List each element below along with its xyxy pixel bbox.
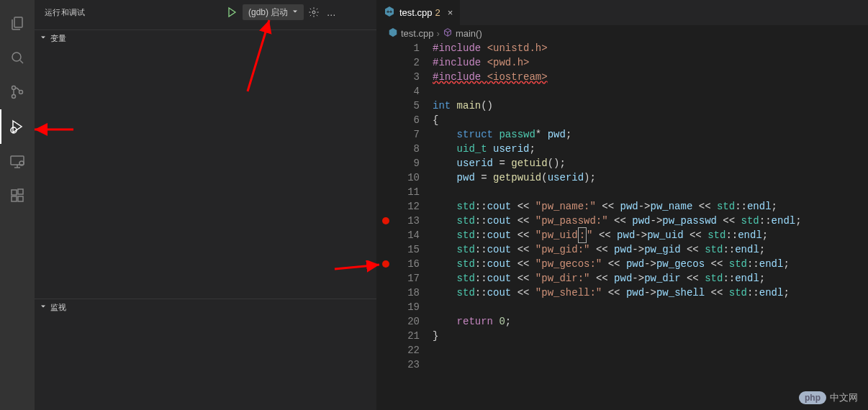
extensions-icon[interactable] <box>0 178 35 213</box>
breadcrumb-separator: › <box>437 28 440 39</box>
chevron-down-icon <box>291 7 299 18</box>
line-number[interactable]: 19 <box>376 300 420 314</box>
code-line[interactable]: pwd = getpwuid(userid); <box>433 170 858 185</box>
line-number[interactable]: 5 <box>376 99 420 113</box>
line-number-gutter[interactable]: 1234567891011121314151617181920212223 <box>376 41 433 410</box>
code-line[interactable]: return 0; <box>433 314 858 329</box>
code-line[interactable] <box>433 343 858 357</box>
line-number[interactable]: 15 <box>376 242 420 257</box>
line-number[interactable]: 12 <box>376 199 420 214</box>
line-number[interactable]: 9 <box>376 156 420 170</box>
line-number[interactable]: 23 <box>376 357 420 372</box>
code-line[interactable]: userid = getuid(); <box>433 156 858 170</box>
cpp-file-icon: ++ <box>384 6 395 19</box>
code-line[interactable]: #include <pwd.h> <box>433 55 858 70</box>
code-line[interactable]: uid_t userid; <box>433 142 858 156</box>
svg-rect-9 <box>12 196 17 201</box>
sidebar-title: 运行和调试 <box>45 7 86 18</box>
code-line[interactable]: struct passwd* pwd; <box>433 127 858 142</box>
breadcrumb-file: test.cpp <box>401 28 434 39</box>
svg-point-4 <box>19 91 23 94</box>
line-number[interactable]: 21 <box>376 329 420 343</box>
close-icon[interactable]: × <box>448 7 453 18</box>
svg-rect-0 <box>14 17 22 27</box>
chevron-down-icon <box>39 33 48 43</box>
watermark: php 中文网 <box>799 391 858 404</box>
watch-section-header[interactable]: 监视 <box>35 299 376 315</box>
files-icon[interactable] <box>0 6 35 40</box>
source-control-icon[interactable] <box>0 75 35 109</box>
breadcrumb-method: main() <box>456 28 482 39</box>
line-number[interactable]: 20 <box>376 314 420 329</box>
variables-section-header[interactable]: 变量 <box>35 30 376 46</box>
line-number[interactable]: 22 <box>376 343 420 357</box>
method-icon <box>443 27 453 40</box>
svg-point-12 <box>312 11 315 14</box>
code-line[interactable]: { <box>433 113 858 127</box>
line-number[interactable]: 3 <box>376 70 420 84</box>
cpp-file-icon <box>388 27 398 40</box>
minimap[interactable] <box>858 41 868 410</box>
editor-area: ++ test.cpp 2 × test.cpp › main() 123456… <box>376 0 868 410</box>
svg-point-1 <box>12 53 21 61</box>
tab-name: test.cpp <box>399 7 433 18</box>
start-debug-button[interactable] <box>224 4 240 20</box>
debug-config-select[interactable]: (gdb) 启动 <box>243 4 304 20</box>
line-number[interactable]: 14 <box>376 228 420 242</box>
line-number[interactable]: 18 <box>376 286 420 300</box>
svg-point-2 <box>12 86 16 90</box>
svg-point-3 <box>12 95 16 99</box>
svg-rect-10 <box>18 196 23 201</box>
debug-sidebar: 运行和调试 (gdb) 启动 … 变量 监视 <box>35 0 376 410</box>
svg-rect-11 <box>18 189 23 194</box>
line-number[interactable]: 6 <box>376 113 420 127</box>
code-line[interactable] <box>433 300 858 314</box>
code-line[interactable]: std::cout << "pw_uid:" << pwd->pw_uid <<… <box>433 228 858 242</box>
tab-modified-count: 2 <box>435 7 440 18</box>
line-number[interactable]: 7 <box>376 127 420 142</box>
code-line[interactable]: std::cout << "pw_gecos:" << pwd->pw_geco… <box>433 257 858 271</box>
line-number[interactable]: 1 <box>376 41 420 55</box>
breakpoint-icon[interactable] <box>382 217 389 224</box>
code-editor[interactable]: 1234567891011121314151617181920212223 #i… <box>376 41 868 410</box>
debug-config-label: (gdb) 启动 <box>248 6 288 19</box>
line-number[interactable]: 8 <box>376 142 420 156</box>
watch-label: 监视 <box>50 302 66 313</box>
line-number[interactable]: 17 <box>376 271 420 286</box>
run-debug-icon[interactable] <box>0 109 35 144</box>
activity-bar <box>0 0 35 410</box>
watermark-text: 中文网 <box>830 391 858 404</box>
line-number[interactable]: 4 <box>376 84 420 99</box>
svg-text:++: ++ <box>386 9 392 14</box>
search-icon[interactable] <box>0 40 35 75</box>
code-line[interactable]: std::cout << "pw_name:" << pwd->pw_name … <box>433 199 858 214</box>
line-number[interactable]: 2 <box>376 55 420 70</box>
variables-label: 变量 <box>50 33 66 44</box>
code-line[interactable]: std::cout << "pw_dir:" << pwd->pw_dir <<… <box>433 271 858 286</box>
chevron-down-icon <box>39 302 48 312</box>
code-line[interactable]: std::cout << "pw_gid:" << pwd->pw_gid <<… <box>433 242 858 257</box>
gear-icon[interactable] <box>307 4 321 20</box>
code-content[interactable]: #include <unistd.h>#include <pwd.h>#incl… <box>433 41 858 410</box>
tab-test-cpp[interactable]: ++ test.cpp 2 × <box>376 0 461 25</box>
code-line[interactable] <box>433 357 858 372</box>
watermark-badge: php <box>799 391 826 404</box>
breakpoint-icon[interactable] <box>382 260 389 268</box>
more-icon[interactable]: … <box>324 4 338 20</box>
code-line[interactable]: std::cout << "pw_shell:" << pwd->pw_shel… <box>433 286 858 300</box>
code-line[interactable]: } <box>433 329 858 343</box>
breadcrumb[interactable]: test.cpp › main() <box>376 25 868 41</box>
code-line[interactable] <box>433 84 858 99</box>
code-line[interactable] <box>433 185 858 199</box>
code-line[interactable]: #include <unistd.h> <box>433 41 858 55</box>
editor-tabs: ++ test.cpp 2 × <box>376 0 868 25</box>
line-number[interactable]: 11 <box>376 185 420 199</box>
line-number[interactable]: 10 <box>376 170 420 185</box>
svg-rect-8 <box>12 190 17 195</box>
cursor: : <box>578 227 587 243</box>
code-line[interactable]: #include <iostream> <box>433 70 858 84</box>
code-line[interactable]: std::cout << "pw_passwd:" << pwd->pw_pas… <box>433 214 858 228</box>
svg-rect-6 <box>11 156 24 165</box>
remote-icon[interactable] <box>0 144 35 178</box>
code-line[interactable]: int main() <box>433 99 858 113</box>
